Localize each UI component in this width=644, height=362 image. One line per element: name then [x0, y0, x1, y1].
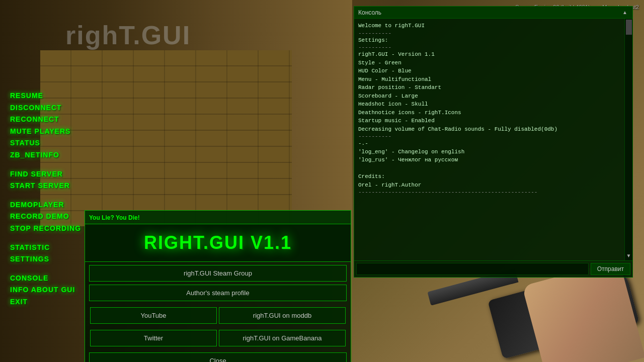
twitter-button[interactable]: Twitter	[90, 330, 217, 346]
menu-start-server[interactable]: START SERVER	[10, 180, 81, 192]
console-line-15: -.-	[358, 139, 619, 148]
console-title: Консоль	[358, 9, 381, 16]
menu-reconnect[interactable]: RECONNECT	[10, 114, 81, 125]
console-line-0: Welcome to righT.GUI	[358, 22, 619, 30]
console-body[interactable]: Welcome to righT.GUI ---------- Settings…	[354, 19, 632, 260]
console-line-6: HUD Color - Blue	[358, 67, 619, 75]
menu-gap-1	[10, 162, 81, 168]
console-header: Консоль ▲	[354, 7, 632, 19]
console-panel: Консоль ▲ Welcome to righT.GUI ---------…	[354, 6, 633, 278]
console-scroll-up-arrow[interactable]: ▲	[621, 9, 628, 16]
menu-resume[interactable]: RESUME	[10, 90, 81, 102]
center-panel-title-bar: RIGHT.GUI V1.1	[85, 224, 351, 262]
menu-statistic[interactable]: STATISTIC	[10, 242, 81, 253]
console-line-16: 'log_eng' - Changelog on english	[358, 148, 619, 156]
panel-buttons-row-2: Twitter righT.GUI on GameBanana	[85, 327, 351, 349]
menu-gap-4	[10, 266, 81, 272]
menu-settings[interactable]: SETTINGS	[10, 254, 81, 265]
console-line-1: ----------	[358, 30, 619, 36]
menu-gap-2	[10, 193, 81, 199]
console-line-20: Orel - righT.Author	[358, 181, 619, 190]
gui-watermark: righT.GUI	[65, 20, 191, 50]
console-line-3: ----------	[358, 44, 619, 50]
console-line-9: Scoreboard - Large	[358, 92, 619, 101]
steam-group-button[interactable]: righT.GUI Steam Group	[89, 265, 347, 282]
console-line-14: ----------	[358, 133, 619, 139]
console-scroll-thumb[interactable]	[626, 20, 632, 35]
left-menu: RESUME DISCONNECT RECONNECT MUTE PLAYERS…	[10, 90, 81, 308]
moddb-button[interactable]: righT.GUI on moddb	[219, 307, 346, 324]
console-line-8: Radar position - Standart	[358, 83, 619, 92]
console-text-area: Welcome to righT.GUI ---------- Settings…	[358, 22, 628, 195]
console-line-2: Settings:	[358, 36, 619, 45]
console-line-7: Menu - Multifunctional	[358, 75, 619, 84]
console-line-11: Deathnotice icons - righT.Icons	[358, 109, 619, 117]
you-lie-you-die-label: You Lie? You Die!	[89, 214, 140, 221]
panel-buttons-row-1: YouTube righT.GUI on moddb	[85, 304, 351, 327]
menu-status[interactable]: STATUS	[10, 138, 81, 149]
menu-stop-recording[interactable]: STOP RECORDING	[10, 223, 81, 234]
console-send-button[interactable]: Отправит	[591, 263, 630, 275]
youtube-button[interactable]: YouTube	[90, 307, 217, 324]
close-button[interactable]: Close	[89, 352, 347, 362]
console-line-13: Decreasing volume of Chat-Radio sounds -…	[358, 125, 619, 134]
menu-zb-netinfo[interactable]: ZB_NETINFO	[10, 150, 81, 161]
console-scroll-down-arrow[interactable]: ▼	[625, 252, 632, 259]
console-line-5: Style - Green	[358, 59, 619, 67]
gamebanana-button[interactable]: righT.GUI on GameBanana	[219, 330, 346, 346]
console-scrollbar[interactable]: ▼	[624, 19, 632, 260]
menu-gap-3	[10, 235, 81, 241]
panel-main-title: RIGHT.GUI V1.1	[90, 232, 346, 253]
steam-profile-button[interactable]: Author's steam profile	[89, 285, 347, 301]
menu-record-demo[interactable]: RECORD DEMO	[10, 211, 81, 222]
menu-exit[interactable]: EXIT	[10, 297, 81, 308]
menu-demoplayer[interactable]: DEMOPLAYER	[10, 200, 81, 211]
console-line-19: Credits:	[358, 172, 619, 181]
console-line-21: ----------------------------------------…	[358, 189, 619, 195]
console-line-18	[358, 164, 619, 173]
menu-console[interactable]: CONSOLE	[10, 273, 81, 284]
center-panel-header: You Lie? You Die!	[85, 211, 351, 224]
console-line-10: Headshot icon - Skull	[358, 100, 619, 109]
console-footer: Отправит	[354, 260, 632, 277]
menu-info-about-gui[interactable]: INFO ABOUT GUI	[10, 285, 81, 296]
console-line-17: 'log_rus' - Ченжлог на русском	[358, 156, 619, 164]
menu-find-server[interactable]: FIND SERVER	[10, 169, 81, 180]
console-input-field[interactable]	[356, 263, 589, 275]
menu-disconnect[interactable]: DISCONNECT	[10, 103, 81, 114]
console-line-4: righT.GUI - Version 1.1	[358, 50, 619, 59]
console-line-12: Startup music - Enabled	[358, 117, 619, 125]
center-panel: You Lie? You Die! RIGHT.GUI V1.1 righT.G…	[85, 210, 351, 362]
menu-mute-players[interactable]: MUTE PLAYERS	[10, 126, 81, 137]
